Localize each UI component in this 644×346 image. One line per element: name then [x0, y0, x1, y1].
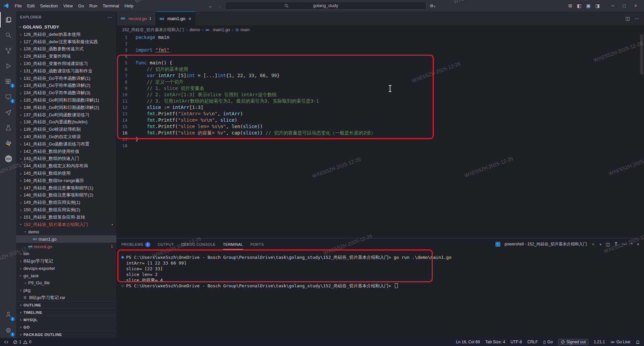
explorer-icon[interactable] — [0, 12, 16, 27]
tree-item[interactable]: ›pkg — [16, 287, 116, 294]
customize-layout-icon[interactable]: ⊞ — [569, 3, 573, 8]
line-number[interactable]: 17 — [117, 136, 136, 142]
settings-gear-icon[interactable]: ⚙ 1 — [0, 323, 16, 338]
tree-root-folder[interactable]: › GOLANG_STUDY — [16, 23, 116, 31]
tree-item[interactable]: ›131_尚硅谷_函数课堂练习题和作业 — [16, 67, 116, 75]
tree-item[interactable]: ›133_尚硅谷_Go字符串函数详解(2) — [16, 82, 116, 90]
line-number[interactable]: 1 — [117, 34, 136, 41]
accounts-icon[interactable]: 1 — [0, 307, 16, 323]
tree-item[interactable]: ›146_尚硅谷_数组for-range遍历 — [16, 177, 116, 184]
tree-item[interactable]: ›144_尚硅谷_数组定义和内存布局 — [16, 162, 116, 170]
tree-item[interactable]: ›126_尚硅谷_defer的基本使用 — [16, 31, 116, 38]
command-decoration-icon[interactable] — [121, 285, 124, 287]
code-line[interactable]: 18 — [117, 142, 644, 149]
tree-item[interactable]: ›141_尚硅谷_Go函数课后练习布置 — [16, 140, 116, 148]
tab-problems[interactable]: PROBLEMS1 — [121, 239, 150, 250]
tree-item[interactable]: ≣B站go学习笔记.rar — [16, 294, 116, 301]
tree-item[interactable]: ›142_尚硅谷_数组的使用价值 — [16, 148, 116, 155]
maximize-icon[interactable]: □ — [619, 0, 630, 11]
code-line[interactable]: 8 // 定义一个切片 — [117, 79, 644, 85]
code-line[interactable]: 5func main() { — [117, 60, 644, 66]
more-actions-icon[interactable]: ⋯ — [108, 14, 113, 20]
code-line[interactable]: 15 fmt.Printf("slice len= %v\n", len(sli… — [117, 123, 644, 130]
line-number[interactable]: 16 — [117, 130, 136, 136]
code-editor[interactable]: 1package main23import "fmt"45func main()… — [117, 34, 644, 238]
tree-item[interactable]: ›140_尚硅谷_Go的自定义错误 — [16, 133, 116, 140]
tree-item[interactable]: ›148_尚硅谷_数组注意事项和细节(2) — [16, 192, 116, 199]
breadcrumb-file[interactable]: GOmain1.go — [205, 27, 230, 32]
tree-item[interactable]: ›135_尚硅谷_Go时间和日期函数详解(1) — [16, 97, 116, 104]
toggle-primary-sidebar-icon[interactable]: ◧ — [577, 3, 581, 8]
api-client-icon[interactable] — [0, 105, 16, 120]
tree-item[interactable]: ›139_尚硅谷_Go错误处理机制 — [16, 126, 116, 133]
section-timeline[interactable]: ›TIMELINE — [16, 308, 116, 316]
code-line[interactable]: 14 fmt.Printf("slice= %v\n", slice) — [117, 117, 644, 123]
code-line[interactable]: 1package main — [117, 34, 644, 41]
menu-view[interactable]: View — [61, 2, 75, 10]
tree-item[interactable]: ›go_task — [16, 272, 116, 279]
section-mysql[interactable]: ›MYSQL — [16, 316, 116, 323]
tree-item[interactable]: GOrecord.go1 — [16, 243, 116, 250]
tree-item[interactable]: ›152_尚硅谷_切片基本介绍和入门● — [16, 221, 116, 228]
close-panel-icon[interactable]: × — [637, 242, 639, 247]
split-editor-icon[interactable]: ◫ — [626, 16, 630, 21]
tree-item[interactable]: GOmain1.go — [16, 235, 116, 243]
menu-selection[interactable]: Selection — [37, 2, 60, 10]
new-terminal-icon[interactable]: ＋ — [591, 241, 595, 247]
remote-window-icon[interactable] — [4, 340, 8, 344]
close-tab-icon[interactable]: × — [189, 16, 192, 21]
tab-debug-console[interactable]: DEBUG CONSOLE — [181, 239, 215, 249]
line-number[interactable]: 13 — [117, 111, 136, 117]
line-number[interactable]: 2 — [117, 41, 136, 47]
line-number[interactable]: 14 — [117, 117, 136, 123]
problems-status[interactable]: 1 0 — [13, 340, 31, 344]
line-number[interactable]: 4 — [117, 53, 136, 60]
toggle-secondary-sidebar-icon[interactable]: ◨ — [595, 3, 600, 8]
tree-item[interactable]: ›151_尚硅谷_数组复杂应用-反转 — [16, 214, 116, 221]
tree-item[interactable]: ›150_尚硅谷_数组应用实例(2) — [16, 206, 116, 214]
section-package-outline[interactable]: ›PACKAGE OUTLINE — [16, 331, 116, 338]
editor-scrollbar[interactable] — [640, 34, 643, 74]
tab-terminal[interactable]: TERMINAL — [223, 239, 243, 249]
terminal[interactable]: PS C:\Users\wxe5szh\OneDrive - Bosch Gro… — [117, 250, 644, 338]
tab-main1-go[interactable]: GO main1.go × — [156, 11, 196, 25]
line-number[interactable]: 9 — [117, 85, 136, 92]
breadcrumb-folder[interactable]: demo — [190, 27, 200, 32]
notifications-bell-icon[interactable] — [636, 340, 640, 344]
line-number[interactable]: 8 — [117, 79, 136, 85]
panel-more-actions-icon[interactable]: ⋯ — [622, 242, 627, 247]
menu-run[interactable]: Run — [87, 2, 100, 10]
menu-terminal[interactable]: Terminal — [100, 2, 122, 10]
toggle-panel-icon[interactable]: ▣ — [586, 3, 591, 8]
code-line[interactable]: 4 — [117, 53, 644, 60]
code-line[interactable]: 9 // 1. slice 切片变量名 — [117, 85, 644, 92]
tree-item[interactable]: ›127_尚硅谷_defer注意事项和最佳实践 — [16, 38, 116, 46]
tree-item[interactable]: ›demo — [16, 228, 116, 236]
code-line[interactable]: 17} — [117, 136, 644, 142]
code-line[interactable]: 3import "fmt" — [117, 47, 644, 53]
section-outline[interactable]: ›OUTLINE — [16, 301, 116, 308]
remote-explorer-icon[interactable]: 1 — [0, 89, 16, 105]
line-number[interactable]: 6 — [117, 66, 136, 72]
terminal-dropdown-icon[interactable]: ∨ — [599, 242, 602, 246]
command-decoration-icon[interactable] — [121, 256, 124, 258]
tree-item[interactable]: ›149_尚硅谷_数组应用实例(1) — [16, 199, 116, 206]
split-terminal-icon[interactable]: ◫ — [606, 242, 610, 247]
tree-item[interactable]: ›bin — [16, 250, 116, 257]
tree-item[interactable]: ›132_尚硅谷_Go字符串函数详解(1) — [16, 75, 116, 82]
editor-more-actions-icon[interactable]: ⋯ — [635, 16, 639, 21]
tree-item[interactable]: ›143_尚硅谷_数组的快速入门 — [16, 155, 116, 163]
code-line[interactable]: 7 var intArr [5]int = [...]int{1, 22, 33… — [117, 72, 644, 79]
minimize-icon[interactable]: ─ — [607, 0, 619, 11]
code-line[interactable]: 11 // 3. 引用intArr数组的起始索引为1, 最后的索引为3, 实际取… — [117, 98, 644, 104]
line-number[interactable]: 18 — [117, 142, 136, 149]
maximize-panel-icon[interactable]: ^ — [631, 242, 633, 247]
tree-item[interactable]: ›138_尚硅谷_Go内置函数(buildin) — [16, 119, 116, 126]
menu-edit[interactable]: Edit — [24, 2, 37, 10]
menu-go[interactable]: Go — [75, 2, 87, 10]
indentation[interactable]: Tab Size: 4 — [485, 340, 505, 344]
extensions-icon[interactable]: 1 — [0, 74, 16, 89]
encoding[interactable]: UTF-8 — [511, 340, 522, 344]
search-input[interactable] — [225, 2, 426, 9]
code-line[interactable]: 10 // 2. intArr[1:3] 表示slice 引用到 intArr这… — [117, 92, 644, 98]
